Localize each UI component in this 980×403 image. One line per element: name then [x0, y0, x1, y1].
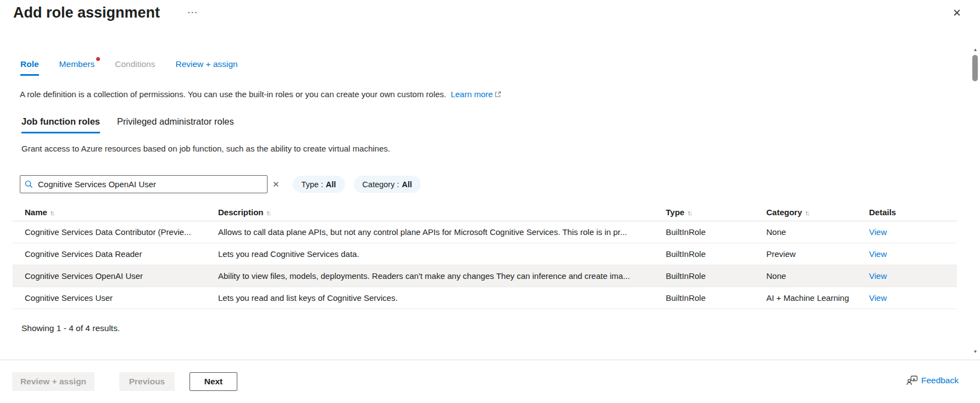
role-type-pivot: Job function roles Privileged administra…	[21, 116, 251, 133]
next-button[interactable]: Next	[190, 372, 237, 391]
tab-role[interactable]: Role	[20, 59, 39, 76]
filter-category-value: All	[402, 180, 413, 189]
filter-type-value: All	[326, 180, 336, 189]
search-box[interactable]	[20, 175, 268, 193]
role-type: BuiltInRole	[666, 271, 766, 281]
search-filter-row: ✕ Type : All Category : All	[20, 175, 421, 193]
column-header-type[interactable]: Type↑↓	[666, 208, 766, 217]
feedback-icon	[906, 376, 918, 385]
role-description: Ability to view files, models, deploymen…	[218, 271, 666, 281]
vertical-scrollbar[interactable]: ▲ ▼	[971, 46, 979, 356]
more-options-icon[interactable]: …	[187, 3, 199, 16]
sort-icon: ↑↓	[266, 209, 272, 217]
view-details-link[interactable]: View	[869, 293, 887, 303]
view-details-link[interactable]: View	[869, 271, 887, 281]
unsaved-changes-dot-icon	[96, 57, 100, 61]
sort-icon: ↑↓	[50, 209, 55, 217]
role-description: Lets you read Cognitive Services data.	[218, 249, 666, 259]
external-link-icon	[494, 91, 501, 98]
role-name: Cognitive Services Data Reader	[25, 249, 218, 259]
tab-privileged-administrator-roles-label: Privileged administrator roles	[117, 116, 234, 126]
search-input[interactable]	[38, 180, 263, 189]
tab-review-assign-label: Review + assign	[175, 59, 237, 69]
tab-role-label: Role	[20, 59, 39, 69]
sort-icon: ↑↓	[805, 209, 810, 217]
view-details-link[interactable]: View	[869, 249, 887, 259]
tab-job-function-roles-label: Job function roles	[21, 116, 100, 126]
tab-conditions-label: Conditions	[115, 59, 155, 69]
role-type: BuiltInRole	[666, 227, 766, 237]
column-header-name[interactable]: Name↑↓	[25, 208, 218, 217]
learn-more-link[interactable]: Learn more	[450, 89, 501, 99]
search-icon	[25, 180, 33, 188]
column-header-description[interactable]: Description↑↓	[218, 208, 666, 217]
role-name: Cognitive Services Data Contributor (Pre…	[25, 227, 218, 237]
sort-icon: ↑↓	[687, 209, 693, 217]
table-row-selected[interactable]: Cognitive Services OpenAI User Ability t…	[13, 265, 957, 287]
filter-type[interactable]: Type : All	[293, 176, 345, 193]
role-category: Preview	[766, 249, 869, 259]
add-role-assignment-dialog: Add role assignment … ✕ Role Members Con…	[0, 0, 980, 403]
feedback-link[interactable]: Feedback	[906, 376, 959, 385]
role-description: Allows to call data plane APIs, but not …	[218, 227, 666, 237]
tab-conditions[interactable]: Conditions	[115, 59, 155, 76]
filter-type-label: Type :	[302, 180, 324, 189]
tab-members[interactable]: Members	[59, 59, 95, 76]
close-icon[interactable]: ✕	[953, 7, 961, 19]
role-description: Lets you read and list keys of Cognitive…	[218, 293, 666, 303]
scrollbar-thumb[interactable]	[972, 55, 978, 81]
clear-search-icon[interactable]: ✕	[272, 180, 280, 189]
filter-category[interactable]: Category : All	[354, 176, 421, 193]
table-header-row: Name↑↓ Description↑↓ Type↑↓ Category↑↓ D…	[13, 204, 957, 221]
role-definition-intro: A role definition is a collection of per…	[20, 89, 501, 99]
page-title: Add role assignment	[13, 4, 160, 21]
tab-members-label: Members	[59, 59, 95, 69]
role-type: BuiltInRole	[666, 293, 766, 303]
feedback-label: Feedback	[921, 376, 959, 385]
column-header-category[interactable]: Category↑↓	[766, 208, 869, 217]
role-type: BuiltInRole	[666, 249, 766, 259]
role-name: Cognitive Services OpenAI User	[25, 271, 218, 281]
column-header-details: Details	[869, 208, 957, 217]
role-category: None	[766, 227, 869, 237]
footer-actions: Review + assign Previous Next	[12, 372, 237, 391]
scroll-down-icon[interactable]: ▼	[971, 348, 979, 356]
tab-privileged-administrator-roles[interactable]: Privileged administrator roles	[117, 116, 234, 133]
table-row[interactable]: Cognitive Services Data Reader Lets you …	[13, 243, 957, 265]
review-assign-button[interactable]: Review + assign	[12, 372, 94, 391]
footer-divider	[0, 360, 980, 360]
view-details-link[interactable]: View	[869, 227, 887, 237]
tab-job-function-roles[interactable]: Job function roles	[21, 116, 100, 133]
table-row[interactable]: Cognitive Services Data Contributor (Pre…	[13, 221, 957, 243]
scroll-up-icon[interactable]: ▲	[971, 46, 979, 54]
role-name: Cognitive Services User	[25, 293, 218, 303]
role-category: None	[766, 271, 869, 281]
results-summary: Showing 1 - 4 of 4 results.	[21, 323, 120, 333]
previous-button[interactable]: Previous	[119, 372, 175, 391]
pivot-description: Grant access to Azure resources based on…	[21, 144, 390, 153]
dialog-tabs: Role Members Conditions Review + assign	[20, 59, 258, 76]
tab-review-assign[interactable]: Review + assign	[175, 59, 237, 76]
intro-text: A role definition is a collection of per…	[20, 89, 446, 99]
table-row[interactable]: Cognitive Services User Lets you read an…	[13, 287, 957, 309]
role-category: AI + Machine Learning	[766, 293, 869, 303]
roles-table: Name↑↓ Description↑↓ Type↑↓ Category↑↓ D…	[13, 204, 957, 309]
filter-category-label: Category :	[363, 180, 399, 189]
